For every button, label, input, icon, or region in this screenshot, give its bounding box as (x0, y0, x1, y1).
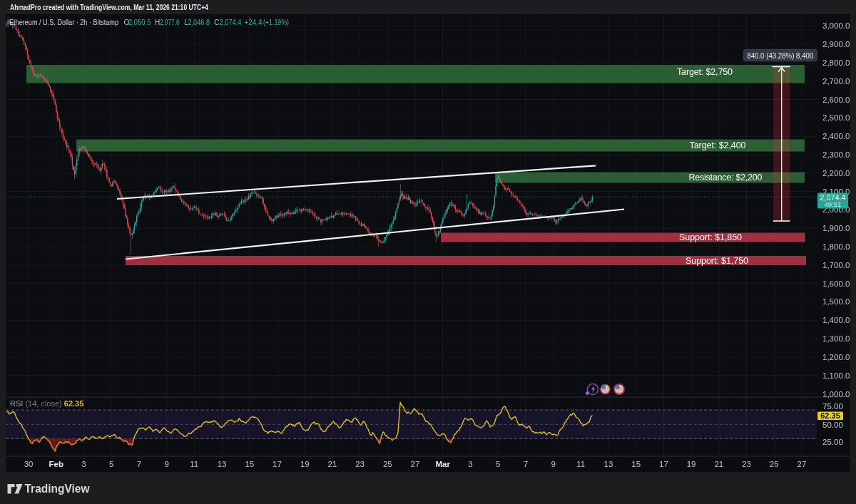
svg-text:Support: $1,750: Support: $1,750 (686, 256, 748, 266)
svg-text:17: 17 (272, 460, 282, 468)
svg-text:Resistance: $2,200: Resistance: $2,200 (689, 173, 763, 182)
svg-text:2,077.6: 2,077.6 (160, 19, 180, 26)
svg-text:Feb: Feb (49, 460, 63, 468)
svg-text:Ethereum / U.S. Dollar · 2h ·: Ethereum / U.S. Dollar · 2h · Bitstamp (9, 19, 118, 26)
svg-text:2,700.0: 2,700.0 (822, 77, 850, 86)
svg-text:1,400.0: 1,400.0 (822, 316, 850, 324)
svg-text:15: 15 (631, 460, 641, 468)
svg-text:AhmadPro created with TradingV: AhmadPro created with TradingView.com, M… (10, 4, 208, 11)
svg-text:23: 23 (355, 460, 365, 468)
svg-text:11: 11 (576, 460, 585, 468)
svg-text:1,100.0: 1,100.0 (822, 371, 850, 380)
svg-text:25: 25 (383, 460, 392, 468)
svg-text:21: 21 (328, 460, 337, 468)
svg-text:62.35: 62.35 (820, 411, 840, 420)
svg-text:13: 13 (604, 460, 613, 468)
svg-text:25: 25 (770, 460, 779, 468)
svg-text:1,500.0: 1,500.0 (822, 297, 850, 306)
svg-text:15: 15 (245, 460, 254, 468)
svg-text:19: 19 (687, 460, 696, 468)
svg-text:9: 9 (551, 460, 555, 468)
svg-text:2,074.4: 2,074.4 (220, 19, 242, 26)
svg-text:1,600.0: 1,600.0 (822, 279, 850, 288)
svg-text:(+1.19%): (+1.19%) (263, 19, 289, 26)
svg-text:C: C (214, 19, 219, 26)
svg-text:50.00: 50.00 (822, 421, 843, 429)
svg-text:5: 5 (109, 460, 113, 468)
svg-text:7: 7 (524, 460, 528, 468)
svg-text:1,900.0: 1,900.0 (822, 224, 850, 232)
svg-text:2,500.0: 2,500.0 (822, 113, 850, 122)
svg-text:23: 23 (742, 460, 751, 468)
svg-text:11: 11 (190, 460, 198, 468)
svg-text:2,300.0: 2,300.0 (822, 150, 850, 159)
svg-text:2,900.0: 2,900.0 (822, 40, 850, 48)
svg-text:25.00: 25.00 (822, 438, 843, 446)
svg-text:49:51: 49:51 (824, 200, 841, 208)
svg-text:Target: $2,400: Target: $2,400 (690, 140, 746, 150)
svg-text:840.0 (43.28%) 8,400: 840.0 (43.28%) 8,400 (747, 52, 813, 60)
svg-text:30: 30 (24, 460, 34, 468)
svg-text:21: 21 (714, 460, 723, 468)
svg-text:Mar: Mar (435, 460, 450, 468)
svg-text:9: 9 (164, 460, 168, 468)
svg-text:1,200.0: 1,200.0 (822, 353, 850, 361)
svg-text:1,700.0: 1,700.0 (822, 261, 850, 269)
svg-text:2,600.0: 2,600.0 (822, 96, 850, 104)
svg-text:Target: $2,750: Target: $2,750 (677, 67, 733, 77)
svg-text:75.00: 75.00 (822, 402, 843, 411)
svg-text:3,000.0: 3,000.0 (822, 21, 850, 30)
svg-text:Support: $1,850: Support: $1,850 (679, 232, 742, 242)
svg-text:27: 27 (798, 460, 807, 468)
svg-text:1,000.0: 1,000.0 (822, 390, 850, 398)
svg-text:19: 19 (300, 460, 310, 468)
svg-text:+24.4: +24.4 (245, 19, 263, 26)
svg-text:5: 5 (496, 460, 500, 468)
svg-text:2,400.0: 2,400.0 (822, 132, 850, 140)
svg-text:2,800.0: 2,800.0 (822, 58, 850, 67)
svg-text:1,800.0: 1,800.0 (822, 242, 850, 251)
svg-text:3: 3 (468, 460, 472, 468)
svg-text:7: 7 (137, 460, 141, 468)
svg-text:TradingView: TradingView (25, 482, 90, 495)
svg-text:13: 13 (218, 460, 227, 468)
svg-text:1,300.0: 1,300.0 (822, 334, 850, 343)
svg-text:2,046.8: 2,046.8 (188, 19, 210, 26)
svg-text:2,200.0: 2,200.0 (822, 169, 850, 178)
svg-text:17: 17 (659, 460, 668, 468)
svg-text:27: 27 (411, 460, 420, 468)
svg-text:RSI (14, close) 62.35: RSI (14, close) 62.35 (10, 399, 83, 408)
svg-text:3: 3 (81, 460, 86, 468)
svg-text:2,050.5: 2,050.5 (128, 19, 151, 26)
